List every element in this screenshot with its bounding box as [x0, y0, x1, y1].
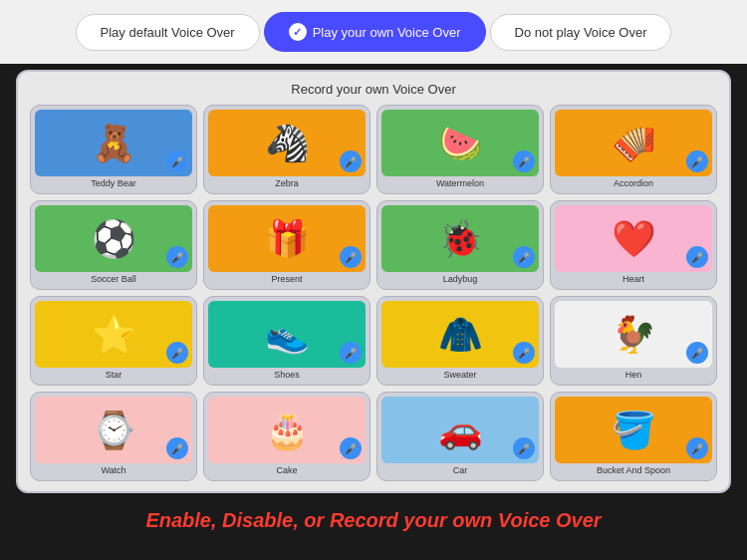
card-image-accordion: 🪗 [555, 110, 712, 176]
bottom-text: Enable, Disable, or Record your own Voic… [20, 509, 727, 532]
card-label-ladybug: Ladybug [443, 274, 478, 285]
top-bar: Play default Voice Over Play your own Vo… [0, 0, 747, 64]
mic-button-accordion[interactable] [686, 150, 708, 172]
card-image-star: ⭐ [35, 301, 192, 368]
tab-none[interactable]: Do not play Voice Over [490, 14, 672, 51]
card-image-watermelon: 🍉 [381, 110, 539, 176]
mic-button-hen[interactable] [686, 342, 708, 364]
card-image-car: 🚗 [381, 397, 539, 463]
card-teddy-bear: 🧸Teddy Bear [30, 105, 197, 194]
tab-default[interactable]: Play default Voice Over [76, 14, 260, 51]
card-zebra: 🦓Zebra [203, 105, 371, 194]
mic-button-bucket[interactable] [686, 437, 708, 459]
card-car: 🚗Car [376, 392, 544, 481]
card-hen: 🐓Hen [550, 296, 717, 386]
mic-button-heart[interactable] [686, 246, 708, 268]
card-label-bucket: Bucket And Spoon [597, 465, 670, 476]
card-watermelon: 🍉Watermelon [376, 105, 544, 194]
card-image-heart: ❤️ [555, 205, 712, 272]
card-image-ladybug: 🐞 [381, 205, 539, 272]
card-cake: 🎂Cake [203, 392, 371, 481]
card-grid: 🧸Teddy Bear🦓Zebra🍉Watermelon🪗Accordion⚽S… [30, 105, 717, 481]
mic-button-car[interactable] [513, 437, 535, 459]
mic-button-sweater[interactable] [513, 342, 535, 364]
card-label-car: Car [453, 465, 468, 476]
card-accordion: 🪗Accordion [550, 105, 717, 194]
card-watch: ⌚Watch [30, 392, 197, 481]
card-image-sweater: 🧥 [381, 301, 539, 368]
card-label-hen: Hen [625, 370, 642, 381]
mic-button-star[interactable] [166, 342, 188, 364]
card-shoes: 👟Shoes [203, 296, 371, 386]
card-soccer-ball: ⚽Soccer Ball [30, 200, 197, 290]
mic-button-cake[interactable] [340, 437, 362, 459]
bottom-bar: Enable, Disable, or Record your own Voic… [0, 499, 747, 542]
mic-button-present[interactable] [340, 246, 362, 268]
card-label-sweater: Sweater [443, 370, 476, 381]
card-label-star: Star [106, 370, 123, 381]
main-content: Record your own Voice Over 🧸Teddy Bear🦓Z… [16, 70, 731, 493]
mic-button-watch[interactable] [166, 437, 188, 459]
card-image-cake: 🎂 [208, 397, 366, 463]
tab-own-label: Play your own Voice Over [313, 25, 461, 40]
mic-button-soccer-ball[interactable] [166, 246, 188, 268]
mic-button-ladybug[interactable] [513, 246, 535, 268]
check-icon [289, 23, 307, 41]
card-label-present: Present [271, 274, 302, 285]
mic-button-shoes[interactable] [340, 342, 362, 364]
card-image-zebra: 🦓 [208, 110, 366, 176]
card-image-bucket: 🪣 [555, 397, 712, 463]
mic-button-watermelon[interactable] [513, 150, 535, 172]
mic-button-zebra[interactable] [340, 150, 362, 172]
card-label-teddy-bear: Teddy Bear [91, 178, 136, 189]
card-label-heart: Heart [622, 274, 644, 285]
card-image-teddy-bear: 🧸 [35, 110, 192, 176]
card-label-shoes: Shoes [274, 370, 300, 381]
card-image-present: 🎁 [208, 205, 366, 272]
card-image-hen: 🐓 [555, 301, 712, 368]
card-star: ⭐Star [30, 296, 197, 386]
card-ladybug: 🐞Ladybug [376, 200, 544, 290]
mic-button-teddy-bear[interactable] [166, 150, 188, 172]
card-bucket: 🪣Bucket And Spoon [550, 392, 717, 481]
card-label-watch: Watch [101, 465, 125, 476]
card-image-watch: ⌚ [35, 397, 192, 463]
tab-own[interactable]: Play your own Voice Over [264, 12, 486, 52]
card-sweater: 🧥Sweater [376, 296, 544, 386]
card-label-zebra: Zebra [275, 178, 299, 189]
card-heart: ❤️Heart [550, 200, 717, 290]
card-image-soccer-ball: ⚽ [35, 205, 192, 272]
record-title: Record your own Voice Over [30, 82, 717, 97]
card-image-shoes: 👟 [208, 301, 366, 368]
card-label-cake: Cake [276, 465, 297, 476]
card-present: 🎁Present [203, 200, 371, 290]
card-label-soccer-ball: Soccer Ball [91, 274, 136, 285]
card-label-accordion: Accordion [614, 178, 653, 189]
card-label-watermelon: Watermelon [436, 178, 484, 189]
